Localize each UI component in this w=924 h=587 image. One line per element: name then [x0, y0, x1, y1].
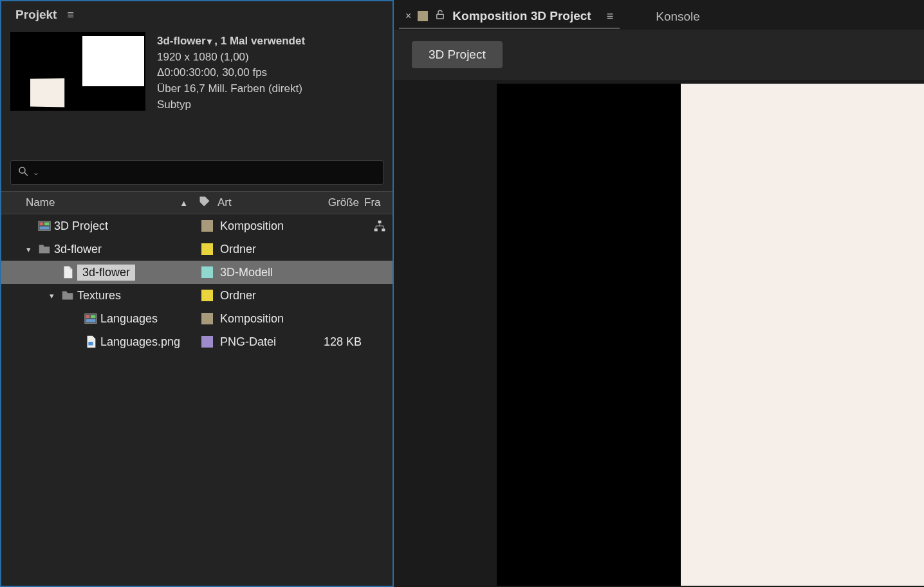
label-swatch[interactable] — [201, 243, 213, 255]
item-thumbnail — [10, 32, 145, 111]
twisty-icon[interactable]: ▾ — [45, 291, 58, 301]
row-name: 3d-flower — [77, 265, 135, 281]
folder-icon — [35, 242, 54, 256]
composition-tab[interactable]: × Komposition 3D Project ≡ — [399, 5, 620, 29]
project-table-header: Name ▲ Art Größe Fra — [1, 191, 393, 214]
row-fra[interactable] — [367, 219, 393, 232]
close-icon[interactable]: × — [405, 10, 411, 22]
composition-viewer[interactable] — [394, 80, 924, 587]
row-art: 3D-Modell — [220, 266, 310, 279]
dropdown-icon[interactable] — [206, 35, 212, 47]
svg-rect-12 — [86, 319, 96, 322]
tab-menu-icon[interactable]: ≡ — [607, 10, 614, 23]
row-name: Languages.png — [100, 335, 180, 349]
row-art: Komposition — [220, 312, 310, 326]
label-swatch[interactable] — [201, 290, 213, 301]
search-input[interactable] — [43, 167, 376, 178]
panel-menu-icon[interactable]: ≡ — [67, 8, 74, 22]
project-panel: Projekt ≡ 3d-flower , 1 Mal verwendet 19… — [0, 0, 394, 587]
svg-rect-13 — [88, 342, 93, 346]
row-name: 3D Project — [54, 219, 108, 233]
composition-tab-title: Komposition 3D Project — [452, 9, 591, 23]
composition-panel: × Komposition 3D Project ≡ Konsole 3D Pr… — [394, 0, 924, 587]
item-dimensions: 1920 x 1080 (1,00) — [157, 50, 305, 66]
label-swatch[interactable] — [201, 266, 213, 278]
row-art: PNG-Datei — [220, 335, 310, 349]
item-colors: Über 16,7 Mill. Farben (direkt) — [157, 81, 305, 97]
svg-rect-14 — [437, 14, 444, 19]
svg-point-0 — [19, 167, 25, 173]
svg-rect-10 — [86, 315, 90, 319]
comp-icon — [81, 312, 100, 326]
project-row[interactable]: Languages.pngPNG-Datei128 KB — [1, 330, 393, 353]
column-name[interactable]: Name ▲ — [26, 196, 192, 209]
project-row[interactable]: ▾TexturesOrdner — [1, 284, 393, 307]
label-swatch[interactable] — [201, 313, 213, 324]
column-art[interactable]: Art — [217, 196, 308, 209]
row-name: Languages — [100, 312, 158, 326]
column-label[interactable] — [192, 195, 217, 211]
item-info-text: 3d-flower , 1 Mal verwendet 1920 x 1080 … — [157, 32, 305, 113]
svg-rect-7 — [374, 228, 378, 231]
row-art: Ordner — [220, 243, 310, 256]
row-name: Textures — [77, 289, 121, 303]
composition-breadcrumb-bar: 3D Project — [394, 30, 924, 80]
project-row[interactable]: LanguagesKomposition — [1, 307, 393, 330]
label-swatch[interactable] — [201, 336, 213, 348]
item-duration: Δ0:00:30:00, 30,00 fps — [157, 65, 305, 81]
row-name: 3d-flower — [54, 243, 102, 256]
comp-icon — [35, 219, 54, 233]
project-row[interactable]: ▾3d-flowerOrdner — [1, 238, 393, 261]
column-fra[interactable]: Fra — [364, 196, 390, 209]
row-art: Komposition — [220, 219, 310, 233]
konsole-tab[interactable]: Konsole — [656, 10, 700, 24]
project-panel-header: Projekt ≡ — [1, 1, 393, 27]
folder-icon — [58, 288, 77, 303]
column-size[interactable]: Größe — [308, 196, 364, 209]
breadcrumb-item[interactable]: 3D Project — [412, 41, 503, 68]
search-icon — [17, 165, 29, 180]
lock-icon[interactable] — [434, 9, 446, 24]
item-subtype: Subtyp — [157, 97, 305, 113]
composition-canvas — [497, 84, 924, 586]
twisty-icon[interactable]: ▾ — [22, 245, 35, 254]
row-size: 128 KB — [310, 335, 367, 349]
label-swatch[interactable] — [201, 220, 213, 232]
sort-arrow-icon[interactable]: ▲ — [180, 198, 188, 208]
svg-rect-6 — [378, 221, 382, 223]
svg-rect-4 — [44, 223, 49, 226]
svg-rect-5 — [40, 227, 50, 230]
svg-line-1 — [24, 172, 28, 176]
row-art: Ordner — [220, 289, 310, 303]
project-panel-title[interactable]: Projekt — [15, 8, 57, 22]
project-rows: 3D ProjectKomposition▾3d-flowerOrdner3d-… — [1, 214, 393, 586]
search-box[interactable]: ⌄ — [10, 160, 383, 185]
selected-item-info: 3d-flower , 1 Mal verwendet 1920 x 1080 … — [1, 27, 393, 119]
svg-rect-3 — [40, 223, 43, 226]
project-row[interactable]: 3d-flower3D-Modell — [1, 261, 393, 284]
svg-rect-11 — [91, 315, 95, 319]
composition-color-swatch — [418, 11, 428, 21]
png-icon — [81, 335, 100, 349]
project-row[interactable]: 3D ProjectKomposition — [1, 214, 393, 238]
svg-rect-8 — [382, 228, 385, 231]
search-dropdown-icon[interactable]: ⌄ — [33, 168, 39, 177]
composition-tabs: × Komposition 3D Project ≡ Konsole — [394, 0, 924, 30]
item-usage: , 1 Mal verwendet — [214, 35, 305, 47]
file-icon — [58, 265, 77, 279]
item-name: 3d-flower — [157, 35, 206, 47]
